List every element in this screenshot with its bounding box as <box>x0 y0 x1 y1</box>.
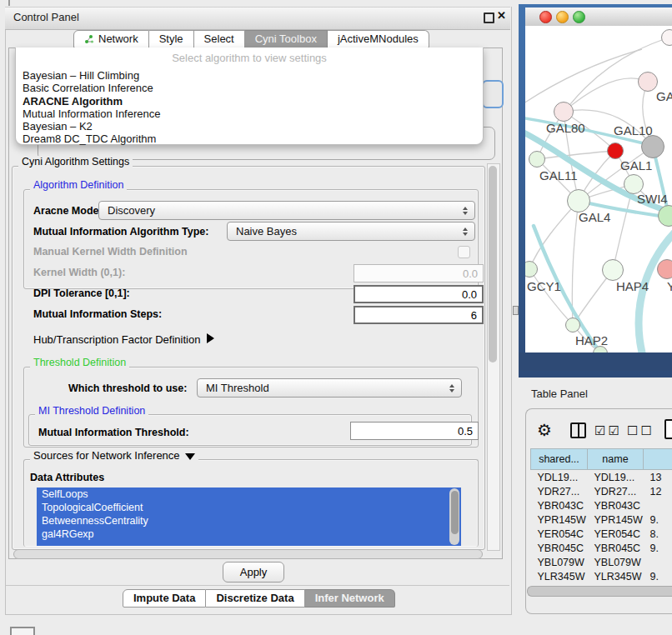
table-header-cell[interactable]: shared... <box>531 449 588 470</box>
table-row[interactable]: YBR045CYBR045C9. <box>531 541 672 555</box>
table-panel-title: Table Panel <box>531 388 588 400</box>
node-label: SWI4 <box>637 192 668 206</box>
tab-network[interactable]: Network <box>73 30 149 48</box>
data-attributes-list[interactable]: SelfLoopsTopologicalCoefficientBetweenne… <box>37 488 461 546</box>
which-threshold-select[interactable]: MI Threshold <box>197 378 462 398</box>
expanded-arrow-icon <box>185 453 195 460</box>
table-cell: YDL19... <box>531 470 588 485</box>
table-row[interactable]: YDR27...YDR27...12 <box>531 484 672 498</box>
float-window-icon[interactable] <box>484 12 494 23</box>
network-node-gal10[interactable] <box>641 135 664 158</box>
source-item-selected[interactable]: gal4RGexp <box>37 528 461 541</box>
table-row[interactable]: YDL19...YDL19...13 <box>531 470 672 485</box>
table-row[interactable]: YBR043CYBR043C <box>531 498 672 512</box>
table-cell: YBL079W <box>588 555 644 569</box>
settings-hscrollbar-thumb[interactable] <box>13 549 483 559</box>
dropdown-item[interactable]: Dream8 DC_TDC Algorithm <box>23 132 477 145</box>
node-label: GCY1 <box>527 279 561 293</box>
list-scrollbar-thumb[interactable] <box>451 491 459 534</box>
columns-icon[interactable] <box>570 422 586 438</box>
node-table[interactable]: shared...name YDL19...YDL19...13YDR27...… <box>530 448 672 598</box>
tab-label: Select <box>204 31 234 48</box>
tab-label: jActiveMNodules <box>338 31 419 48</box>
network-node-gal[interactable] <box>638 72 658 92</box>
dpi-tolerance-input[interactable]: 0.0 <box>354 285 484 303</box>
tab-cyni-toolbox[interactable]: Cyni Toolbox <box>245 30 328 48</box>
table-header-cell[interactable]: name <box>588 449 644 470</box>
network-node-y[interactable] <box>657 259 672 279</box>
table-row[interactable]: YBL079WYBL079W <box>531 555 672 569</box>
algorithm-dropdown: Select algorithm to view settings Bayesi… <box>15 48 484 145</box>
network-node[interactable] <box>661 29 672 46</box>
mi-type-select[interactable]: Naive Bayes <box>227 222 475 241</box>
apply-label: Apply <box>240 566 268 578</box>
minimized-window-icon[interactable] <box>10 627 35 635</box>
dropdown-item[interactable]: Basic Correlation Inference <box>23 82 477 94</box>
table-cell: YDL19... <box>588 470 644 485</box>
document-icon[interactable] <box>664 419 672 439</box>
dropdown-item[interactable]: ARACNE Algorithm <box>23 95 477 108</box>
node-label: GAL4 <box>579 210 610 224</box>
settings-vscrollbar-thumb[interactable] <box>489 166 497 362</box>
top-tab-bar: NetworkStyleSelectCyni ToolboxjActiveMNo… <box>73 30 429 48</box>
table-cell: YDR27... <box>531 484 588 498</box>
cyni-settings-group-title: Cyni Algorithm Settings <box>18 156 133 168</box>
hidden-button-peek <box>482 80 504 108</box>
apply-button[interactable]: Apply <box>223 562 284 582</box>
network-node-gal4[interactable] <box>567 189 590 212</box>
gear-icon[interactable]: ⚙ <box>537 420 552 440</box>
table-header-cell[interactable] <box>644 449 672 470</box>
bottom-tab-infer-network[interactable]: Infer Network <box>305 589 395 608</box>
table-cell: YBR043C <box>588 498 644 512</box>
kernel-width-input[interactable]: 0.0 <box>354 264 484 282</box>
tab-select[interactable]: Select <box>194 30 245 48</box>
dropdown-item[interactable]: Bayesian – Hill Climbing <box>23 69 477 82</box>
minimize-traffic-light-icon[interactable] <box>556 11 569 23</box>
mi-type-label: Mutual Information Algorithm Type: <box>33 226 208 238</box>
tab-style[interactable]: Style <box>149 30 194 48</box>
table-cell: 9. <box>644 512 672 527</box>
deselect-all-checkboxes-icon[interactable]: ☐☐ <box>627 423 654 438</box>
sources-group-label: Sources for Network Inference <box>33 449 180 462</box>
close-traffic-light-icon[interactable] <box>539 11 552 23</box>
bottom-tab-impute-data[interactable]: Impute Data <box>123 589 206 608</box>
select-all-checkboxes-icon[interactable]: ☑☑ <box>594 423 622 438</box>
table-row[interactable]: YPR145WYPR145W9. <box>531 512 672 527</box>
tab-jactivemnodules[interactable]: jActiveMNodules <box>328 30 429 48</box>
dropdown-item[interactable]: Mutual Information Inference <box>23 108 477 120</box>
source-item-selected[interactable]: BetweennessCentrality <box>37 514 461 528</box>
network-node-hap4[interactable] <box>602 259 624 281</box>
mi-steps-input[interactable]: 6 <box>354 306 484 324</box>
table-hscrollbar-thumb[interactable] <box>527 586 672 597</box>
manual-kernel-label: Manual Kernel Width Definition <box>33 246 188 258</box>
collapsed-arrow-icon <box>207 333 214 343</box>
network-window-titlebar[interactable] <box>525 8 672 27</box>
tab-label: Network <box>98 31 138 48</box>
zoom-traffic-light-icon[interactable] <box>573 11 585 23</box>
network-node[interactable] <box>607 142 624 159</box>
network-node-hap2[interactable] <box>565 318 580 332</box>
source-item-selected[interactable]: SelfLoops <box>37 488 461 501</box>
aracne-mode-label: Aracne Mode: <box>33 205 103 217</box>
bottom-tab-discretize-data[interactable]: Discretize Data <box>206 589 304 608</box>
table-cell: YLR345W <box>588 569 644 583</box>
close-icon[interactable]: ✕ <box>497 9 506 22</box>
mi-threshold-input[interactable]: 0.5 <box>350 422 479 440</box>
table-row[interactable]: YER054CYER054C8. <box>531 527 672 541</box>
network-node-gal80[interactable] <box>554 102 574 122</box>
which-threshold-value: MI Threshold <box>206 382 269 394</box>
hub-definition-toggle[interactable]: Hub/Transcription Factor Definition <box>33 333 214 346</box>
table-row[interactable]: YLR345WYLR345W9. <box>531 569 672 583</box>
aracne-mode-value: Discovery <box>108 204 155 217</box>
sources-group-title[interactable]: Sources for Network Inference <box>30 449 198 462</box>
dropdown-item[interactable]: Bayesian – K2 <box>23 120 477 132</box>
node-label: HAP2 <box>575 333 608 348</box>
screen: Control Panel ✕ NetworkStyleSelectCyni T… <box>0 0 672 635</box>
source-item-selected[interactable]: TopologicalCoefficient <box>37 501 461 514</box>
manual-kernel-checkbox[interactable] <box>458 246 470 258</box>
network-node-gal11[interactable] <box>529 151 545 168</box>
network-canvas[interactable]: GALGAL80GAL10GAL1GAL11SWI4GAL4GCY1HAP4YH… <box>525 26 672 352</box>
splitter-handle[interactable] <box>513 306 519 315</box>
table-cell: 9. <box>644 569 672 583</box>
aracne-mode-select[interactable]: Discovery <box>98 201 475 220</box>
